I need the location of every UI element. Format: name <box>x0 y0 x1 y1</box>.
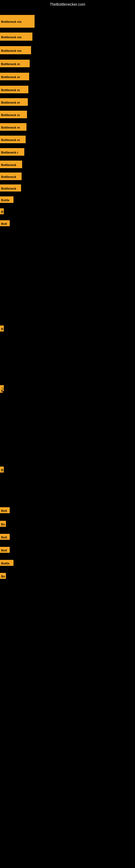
bottleneck-badge-10: Bottleneck re <box>0 135 26 143</box>
bottleneck-badge-4: Bottleneck re <box>0 60 30 67</box>
bottleneck-badge-27: Bo <box>0 573 6 579</box>
bottleneck-badge-2: Bottleneck res <box>0 33 32 41</box>
bottleneck-badge-20: B <box>0 388 3 393</box>
bottleneck-badge-24: Bott <box>0 534 10 540</box>
bottleneck-badge-11: Bottleneck r <box>0 148 24 156</box>
bottleneck-badge-12: Bottleneck <box>0 161 22 168</box>
bottleneck-badge-13: Bottleneck <box>0 173 21 180</box>
bottleneck-badge-25: Bott <box>0 547 10 553</box>
bottleneck-badge-26: Bottle <box>0 560 13 566</box>
bottleneck-badge-1: Bottleneck res <box>0 15 35 28</box>
bottleneck-badge-21: B <box>0 467 4 472</box>
bottleneck-badge-18: B <box>0 326 4 332</box>
bottleneck-badge-17: Bott <box>0 220 10 226</box>
bottleneck-badge-9: Bottleneck re <box>0 123 27 131</box>
bottleneck-badge-3: Bottleneck res <box>0 46 31 54</box>
bottleneck-badge-6: Bottleneck re <box>0 86 28 93</box>
bottleneck-badge-14: Bottleneck <box>0 184 21 191</box>
site-title: TheBottlenecker.com <box>50 2 85 6</box>
bottleneck-badge-5: Bottleneck re <box>0 73 29 80</box>
bottleneck-badge-22: Bott <box>0 507 10 513</box>
bottleneck-badge-23: Bo <box>0 521 6 527</box>
bottleneck-badge-16: B <box>0 208 4 214</box>
bottleneck-badge-7: Bottleneck re <box>0 98 28 106</box>
bottleneck-badge-15: Bottle <box>0 196 13 203</box>
bottleneck-badge-8: Bottleneck re <box>0 111 27 118</box>
